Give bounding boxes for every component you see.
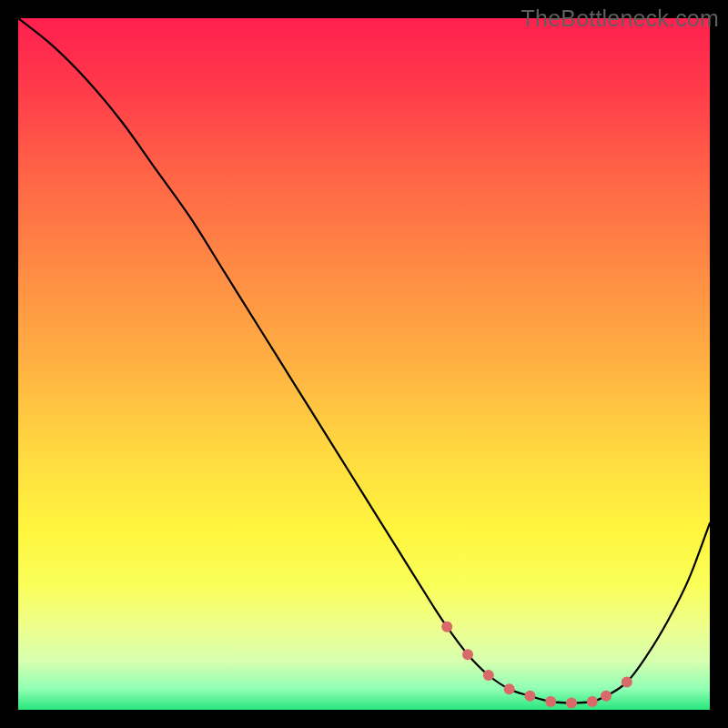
curve-dot — [462, 649, 473, 660]
bottleneck-curve — [18, 18, 710, 703]
curve-flat-dots — [441, 622, 632, 709]
curve-dot — [587, 696, 598, 707]
watermark-text: TheBottleneck.com — [521, 5, 719, 32]
plot-area — [18, 18, 710, 710]
curve-dot — [601, 691, 612, 702]
curve-dot — [483, 670, 494, 681]
curve-dot — [622, 677, 632, 688]
curve-dot — [441, 622, 452, 632]
chart-container: TheBottleneck.com — [0, 0, 728, 728]
curve-dot — [566, 697, 577, 708]
curve-layer — [18, 18, 710, 710]
curve-dot — [504, 683, 515, 694]
curve-dot — [545, 696, 556, 707]
curve-dot — [524, 691, 535, 702]
